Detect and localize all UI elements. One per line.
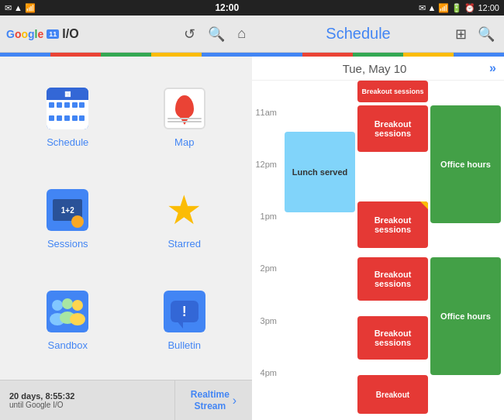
starred-label: Starred: [167, 238, 201, 250]
sessions-label: Sessions: [47, 238, 88, 250]
wifi-icon: 📶: [25, 3, 36, 13]
signal-icon-right: ▲: [428, 3, 437, 12]
svg-point-2: [62, 298, 73, 309]
chevron-right-icon: ›: [233, 394, 236, 408]
chalk-text: 1+2: [61, 206, 74, 215]
sandbox-icon: [47, 291, 88, 332]
time-slot-top-empty: [252, 88, 281, 108]
sandbox-label: Sandbox: [48, 339, 88, 351]
person-icon: [71, 215, 84, 228]
svg-point-4: [72, 300, 83, 311]
bulletin-label: Bulletin: [167, 339, 201, 351]
grid-view-icon[interactable]: ⊞: [455, 26, 467, 43]
map-icon-container: [161, 85, 208, 132]
star-icon: ★: [166, 190, 202, 230]
bulletin-icon: !: [164, 291, 205, 332]
left-panel: Google 11 I/O ↺ 🔍 ⌂ ▦: [0, 15, 252, 420]
time-slot-12pm: 12pm: [252, 160, 281, 212]
starred-icon-container: ★: [161, 187, 208, 233]
left-toolbar-icons: ↺ 🔍 ⌂: [184, 26, 246, 43]
signal-icon-left: ▲: [14, 3, 22, 12]
status-bar: ✉ ▲ 📶 12:00 ✉ ▲ 📶 🔋 ⏰ 12:00: [0, 0, 504, 15]
icon-grid: ▦: [0, 57, 252, 380]
schedule-date-label: Tue, May 10: [260, 62, 489, 75]
io-text: I/O: [62, 27, 78, 41]
bulletin-cell[interactable]: ! Bulletin: [129, 272, 240, 367]
office-hours-block-2[interactable]: Office hours: [430, 257, 501, 375]
event-column-3: Office hours Office hours: [430, 81, 501, 420]
starred-cell[interactable]: ★ Starred: [129, 170, 240, 266]
left-toolbar: Google 11 I/O ↺ 🔍 ⌂: [0, 15, 252, 53]
map-pin: [175, 95, 194, 119]
map-lines: [167, 118, 202, 124]
breakout-block-4pm[interactable]: Breakout: [357, 375, 428, 414]
main-container: Google 11 I/O ↺ 🔍 ⌂ ▦: [0, 15, 504, 420]
countdown-section: 20 days, 8:55:32 until Google I/O: [0, 387, 174, 414]
time-labels: 11am 12pm 1pm 2pm 3pm 4pm: [252, 81, 281, 420]
event-column-2: Breakout sessions Breakout sessions Brea…: [357, 81, 428, 420]
time-slot-11am: 11am: [252, 108, 281, 160]
breakout-block-11am[interactable]: Breakout sessions: [357, 105, 428, 152]
calendar-icon: ▦: [47, 88, 88, 129]
status-bar-right: ✉ ▲ 📶 🔋 ⏰ 12:00: [419, 3, 499, 13]
breakout-block-3pm[interactable]: Breakout sessions: [357, 316, 428, 360]
io-badge: 11: [47, 29, 59, 39]
events-area: Lunch served Breakout sessions Breakout: [281, 81, 504, 420]
people-svg: [50, 298, 85, 325]
time-slot-1pm: 1pm: [252, 212, 281, 263]
calendar-header-text: ▦: [64, 90, 71, 98]
lunch-served-block[interactable]: Lunch served: [285, 132, 355, 212]
home-icon[interactable]: ⌂: [237, 26, 246, 43]
message-icon-left: ✉: [5, 3, 12, 13]
search-icon-right[interactable]: 🔍: [478, 26, 495, 43]
schedule-icon-container: ▦: [44, 85, 91, 132]
map-cell[interactable]: Map: [129, 69, 240, 164]
right-toolbar: Schedule ⊞ 🔍: [252, 15, 504, 53]
wifi-icon-right: 📶: [438, 3, 449, 13]
office-hours-block-1[interactable]: Office hours: [430, 105, 501, 223]
google-io-logo: Google 11 I/O: [6, 27, 79, 41]
realtime-stream-button[interactable]: RealtimeStream ›: [174, 380, 252, 420]
svg-point-5: [70, 313, 85, 325]
sessions-icon: 1+2: [47, 189, 88, 231]
schedule-container: Tue, May 10 » 11am 12pm 1pm: [252, 57, 504, 420]
right-panel: Schedule ⊞ 🔍 Tue, May 10 » 11am: [252, 15, 504, 420]
time-slot-2pm: 2pm: [252, 263, 281, 315]
battery-icon: 🔋: [451, 3, 462, 13]
schedule-header: Tue, May 10 »: [252, 57, 504, 81]
breakout-block-top-partial[interactable]: Breakout sessions: [357, 81, 428, 102]
status-bar-left: ✉ ▲ 📶: [5, 3, 36, 13]
nav-arrows: »: [489, 61, 496, 75]
exclaim-mark: !: [182, 304, 187, 320]
countdown-line1: 20 days, 8:55:32: [9, 391, 165, 401]
bottom-bar: 20 days, 8:55:32 until Google I/O Realti…: [0, 380, 252, 420]
schedule-title: Schedule: [261, 25, 455, 43]
nav-next-icon[interactable]: »: [489, 61, 496, 75]
google-logo-text: Google: [6, 28, 43, 40]
realtime-label: RealtimeStream: [191, 389, 230, 411]
sessions-cell[interactable]: 1+2 Sessions: [12, 170, 123, 266]
schedule-label: Schedule: [47, 136, 88, 148]
bulletin-icon-container: !: [161, 288, 208, 335]
map-icon: [164, 88, 205, 129]
refresh-icon[interactable]: ↺: [184, 26, 195, 43]
event-column-1: Lunch served: [285, 81, 355, 420]
sessions-icon-container: 1+2: [44, 187, 91, 233]
sandbox-cell[interactable]: Sandbox: [12, 272, 123, 367]
message-icon-right: ✉: [419, 3, 426, 13]
calendar-body: [47, 100, 88, 129]
breakout-block-1pm[interactable]: Breakout sessions: [357, 201, 428, 248]
right-toolbar-icons-right: ⊞ 🔍: [455, 26, 495, 43]
speech-bubble: !: [171, 301, 198, 322]
timeline: 11am 12pm 1pm 2pm 3pm 4pm: [252, 81, 504, 420]
breakout-block-2pm[interactable]: Breakout sessions: [357, 257, 428, 301]
status-time-right: 12:00: [478, 3, 499, 12]
calendar-top: ▦: [47, 88, 88, 100]
map-label: Map: [174, 136, 194, 148]
countdown-line2: until Google I/O: [9, 401, 165, 409]
time-slot-4pm: 4pm: [252, 368, 281, 420]
svg-point-0: [52, 300, 63, 311]
schedule-cell[interactable]: ▦: [12, 69, 123, 164]
search-icon-left[interactable]: 🔍: [208, 26, 225, 43]
clock-icon: ⏰: [464, 3, 475, 13]
